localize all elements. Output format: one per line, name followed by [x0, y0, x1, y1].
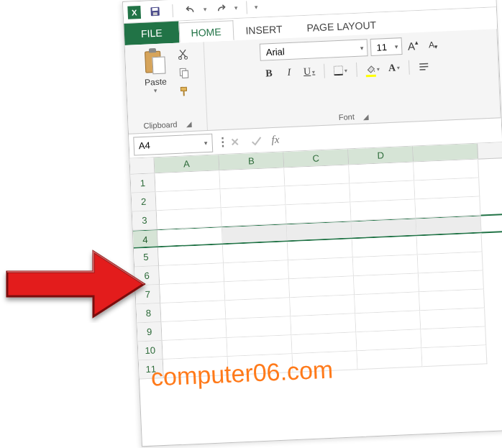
- cell[interactable]: [221, 186, 286, 208]
- font-size-combo[interactable]: 11 ▾: [370, 37, 402, 56]
- cell[interactable]: [357, 348, 423, 370]
- column-header[interactable]: D: [348, 147, 414, 165]
- cell[interactable]: [415, 197, 480, 219]
- enter-formula-button[interactable]: [245, 131, 268, 150]
- font-dialog-launcher-icon[interactable]: ◢: [363, 112, 369, 120]
- cell[interactable]: [414, 160, 479, 181]
- cell[interactable]: [285, 183, 350, 205]
- format-painter-button[interactable]: [176, 84, 193, 99]
- cell[interactable]: [352, 236, 418, 257]
- borders-button[interactable]: ▾: [330, 61, 351, 79]
- cell[interactable]: [350, 181, 415, 203]
- undo-button[interactable]: [181, 1, 199, 19]
- cell[interactable]: [286, 202, 352, 224]
- cell[interactable]: [288, 239, 353, 260]
- row-header[interactable]: 9: [137, 322, 163, 342]
- decrease-font-button[interactable]: A▾: [424, 36, 442, 54]
- cell[interactable]: [290, 295, 355, 316]
- copy-button[interactable]: [175, 65, 191, 81]
- tab-insert[interactable]: INSERT: [233, 18, 295, 41]
- select-all-corner[interactable]: [130, 157, 155, 173]
- cell[interactable]: [417, 234, 483, 255]
- cell[interactable]: [158, 227, 223, 246]
- cell[interactable]: [355, 311, 421, 332]
- row-header[interactable]: 1: [131, 173, 156, 193]
- tab-file[interactable]: FILE: [124, 22, 179, 45]
- clipboard-dialog-launcher-icon[interactable]: ◢: [186, 119, 191, 127]
- cell[interactable]: [350, 199, 416, 221]
- cell[interactable]: [156, 189, 222, 211]
- cancel-formula-button[interactable]: [224, 132, 246, 151]
- paste-icon: [142, 47, 167, 76]
- cell[interactable]: [291, 332, 357, 354]
- cell[interactable]: [284, 165, 350, 186]
- cell[interactable]: [421, 326, 486, 348]
- cell[interactable]: [289, 276, 355, 298]
- redo-button[interactable]: [212, 0, 230, 17]
- cell[interactable]: [227, 335, 293, 357]
- cell[interactable]: [159, 263, 224, 285]
- undo-dropdown-icon[interactable]: ▾: [203, 5, 206, 12]
- cell[interactable]: [355, 292, 420, 314]
- svg-rect-8: [183, 91, 184, 96]
- cell[interactable]: [224, 260, 289, 282]
- tab-home[interactable]: HOME: [178, 20, 234, 42]
- column-header[interactable]: C: [283, 149, 349, 167]
- cell[interactable]: [291, 314, 356, 335]
- save-button[interactable]: [146, 2, 164, 20]
- underline-button[interactable]: U▾: [300, 63, 318, 81]
- cell[interactable]: [356, 329, 421, 351]
- cell[interactable]: [421, 345, 487, 367]
- increase-font-button[interactable]: A▴: [404, 37, 422, 55]
- cell[interactable]: [414, 178, 480, 200]
- paste-dropdown-icon[interactable]: ▾: [153, 87, 157, 94]
- cell[interactable]: [419, 289, 485, 311]
- cell[interactable]: [222, 224, 288, 243]
- fill-color-button[interactable]: ▾: [362, 60, 383, 78]
- cut-button[interactable]: [174, 47, 191, 62]
- cell[interactable]: [155, 170, 220, 192]
- cell[interactable]: [287, 221, 352, 240]
- cell[interactable]: [419, 270, 484, 292]
- cell[interactable]: [162, 319, 227, 341]
- cell[interactable]: [160, 282, 225, 303]
- row-header[interactable]: 10: [138, 341, 163, 360]
- align-button[interactable]: [415, 58, 433, 76]
- row-header[interactable]: 3: [132, 211, 158, 230]
- cell[interactable]: [225, 298, 291, 319]
- qat-customize-icon[interactable]: ▾: [254, 3, 257, 10]
- column-header[interactable]: A: [155, 155, 220, 173]
- column-header[interactable]: B: [219, 152, 284, 170]
- font-name-value: Arial: [265, 46, 285, 58]
- paste-button[interactable]: Paste ▾: [138, 47, 172, 101]
- cell[interactable]: [160, 301, 226, 322]
- cell[interactable]: [349, 163, 414, 184]
- cell[interactable]: [353, 255, 419, 276]
- cell[interactable]: [158, 244, 224, 266]
- cell[interactable]: [418, 252, 483, 273]
- cell[interactable]: [226, 316, 291, 338]
- bold-button[interactable]: B: [260, 65, 278, 83]
- cell[interactable]: [288, 257, 354, 279]
- redo-dropdown-icon[interactable]: ▾: [234, 4, 237, 12]
- name-box[interactable]: A4 ▾: [133, 133, 213, 155]
- chevron-down-icon: ▾: [355, 44, 363, 51]
- cell[interactable]: [416, 216, 482, 235]
- ribbon: Paste ▾ Clipboard ◢: [125, 29, 501, 134]
- row-header[interactable]: 2: [132, 192, 157, 211]
- insert-function-button[interactable]: fx: [271, 134, 280, 146]
- cell[interactable]: [420, 308, 485, 329]
- font-color-button[interactable]: A ▾: [385, 59, 403, 77]
- spreadsheet-grid[interactable]: A B C D 1234567891011: [130, 142, 502, 379]
- cell[interactable]: [352, 219, 417, 237]
- cell[interactable]: [224, 279, 290, 301]
- cell[interactable]: [223, 242, 288, 263]
- cell[interactable]: [222, 205, 287, 227]
- cell[interactable]: [157, 208, 222, 229]
- cell[interactable]: [354, 273, 419, 295]
- font-name-combo[interactable]: Arial ▾: [259, 39, 368, 61]
- italic-button[interactable]: I: [280, 63, 298, 81]
- column-header[interactable]: [413, 144, 478, 162]
- cell[interactable]: [219, 168, 285, 189]
- cell[interactable]: [163, 338, 228, 360]
